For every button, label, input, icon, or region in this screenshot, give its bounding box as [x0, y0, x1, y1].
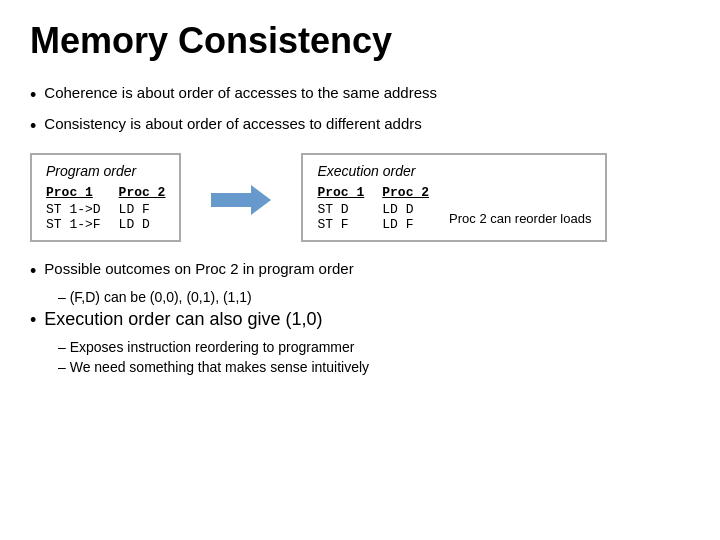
- execution-order-table: Proc 1 ST D ST F Proc 2 LD D LD F Proc 2…: [317, 185, 591, 232]
- exec-proc1-line2: ST F: [317, 217, 364, 232]
- exec-proc2-col: Proc 2 LD D LD F: [382, 185, 429, 232]
- exec-proc2-header: Proc 2: [382, 185, 429, 200]
- execution-dot: •: [30, 309, 36, 332]
- bullet-coherence: • Coherence is about order of accesses t…: [30, 84, 690, 107]
- prog-proc1-col: Proc 1 ST 1->D ST 1->F: [46, 185, 101, 232]
- bullet-consistency: • Consistency is about order of accesses…: [30, 115, 690, 138]
- exec-procs: Proc 1 ST D ST F Proc 2 LD D LD F: [317, 185, 429, 232]
- program-order-table: Proc 1 ST 1->D ST 1->F Proc 2 LD F LD D: [46, 185, 165, 232]
- exec-proc2-line1: LD D: [382, 202, 429, 217]
- prog-proc1-line2: ST 1->F: [46, 217, 101, 232]
- exec-proc1-line1: ST D: [317, 202, 364, 217]
- bullet-dot-1: •: [30, 84, 36, 107]
- prog-proc1-header: Proc 1: [46, 185, 101, 200]
- program-order-box: Program order Proc 1 ST 1->D ST 1->F Pro…: [30, 153, 181, 242]
- prog-proc2-line2: LD D: [119, 217, 166, 232]
- exec-proc1-col: Proc 1 ST D ST F: [317, 185, 364, 232]
- prog-proc2-header: Proc 2: [119, 185, 166, 200]
- exec-proc1-header: Proc 1: [317, 185, 364, 200]
- right-arrow-icon: [211, 185, 271, 215]
- program-order-label: Program order: [46, 163, 165, 179]
- execution-order-label: Execution order: [317, 163, 591, 179]
- proc2-reorder-note: Proc 2 can reorder loads: [449, 191, 591, 226]
- outcomes-sub: (F,D) can be (0,0), (0,1), (1,1): [58, 289, 690, 305]
- bullet-dot-2: •: [30, 115, 36, 138]
- svg-marker-0: [211, 185, 271, 215]
- execution-order-box: Execution order Proc 1 ST D ST F Proc 2 …: [301, 153, 607, 242]
- prog-proc2-col: Proc 2 LD F LD D: [119, 185, 166, 232]
- outcomes-bullet: • Possible outcomes on Proc 2 in program…: [30, 260, 690, 283]
- exec-sub-1: Exposes instruction reordering to progra…: [58, 339, 690, 355]
- diagram-container: Program order Proc 1 ST 1->D ST 1->F Pro…: [30, 153, 690, 242]
- prog-proc1-line1: ST 1->D: [46, 202, 101, 217]
- arrow-container: [211, 153, 271, 215]
- exec-proc2-line2: LD F: [382, 217, 429, 232]
- execution-can-give-bullet: • Execution order can also give (1,0): [30, 309, 690, 332]
- exec-sub-2: We need something that makes sense intui…: [58, 359, 690, 375]
- page-title: Memory Consistency: [30, 20, 690, 62]
- outcomes-dot: •: [30, 260, 36, 283]
- prog-proc2-line1: LD F: [119, 202, 166, 217]
